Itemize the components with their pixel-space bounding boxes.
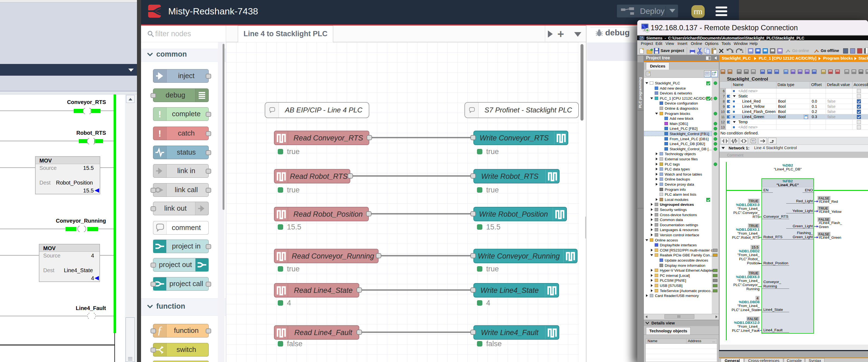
svg-text:??: ??	[752, 140, 755, 143]
